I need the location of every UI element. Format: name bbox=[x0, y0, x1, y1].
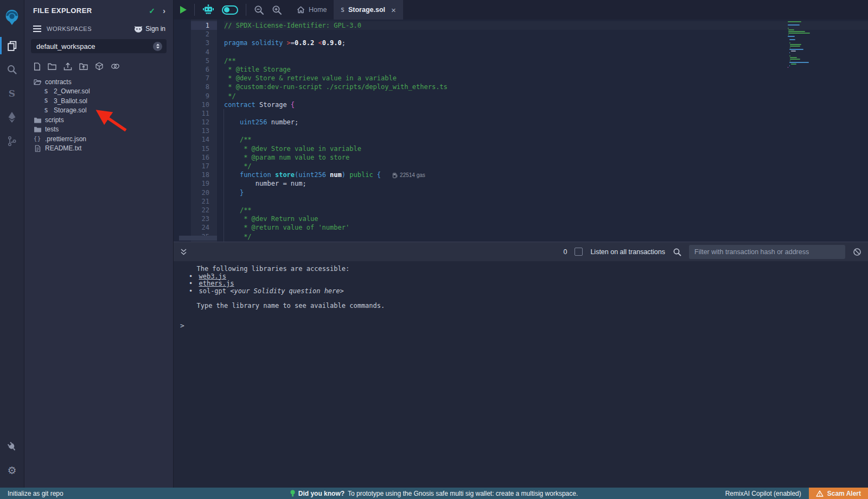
code-line: * @dev Store & retrieve value in a varia… bbox=[224, 74, 868, 83]
upload-folder-icon[interactable] bbox=[79, 62, 88, 70]
solidity-file-icon: S bbox=[341, 7, 344, 14]
folder-open-icon bbox=[33, 79, 42, 85]
code-editor[interactable]: 1234567891011121314151617181920212223242… bbox=[174, 20, 868, 242]
tree-item-scripts[interactable]: scripts bbox=[24, 115, 173, 125]
tree-item-readme-txt[interactable]: README.txt bbox=[24, 144, 173, 154]
tree-item-tests[interactable]: tests bbox=[24, 125, 173, 135]
code-line bbox=[224, 109, 868, 118]
line-number: 18 bbox=[191, 170, 217, 179]
code-line: */ bbox=[224, 92, 868, 100]
code-line: pragma solidity >=0.8.2 <0.9.0; bbox=[224, 39, 868, 47]
editor-minimap[interactable] bbox=[787, 20, 834, 242]
line-number: 4 bbox=[191, 48, 217, 56]
line-number: 8 bbox=[191, 83, 217, 91]
chevron-right-icon[interactable]: › bbox=[163, 6, 165, 15]
sidebar-item-git[interactable] bbox=[0, 129, 24, 153]
tab-storage-sol[interactable]: S Storage.sol × bbox=[334, 0, 403, 20]
upload-file-icon[interactable] bbox=[63, 62, 72, 71]
editor-gutter: 1234567891011121314151617181920212223242… bbox=[191, 20, 217, 242]
sidebar-item-file-explorer[interactable] bbox=[0, 34, 24, 58]
line-number: 2 bbox=[191, 30, 217, 39]
tree-item-2-owner-sol[interactable]: S2_Owner.sol bbox=[24, 87, 173, 97]
clear-filter-icon[interactable] bbox=[853, 248, 861, 256]
code-line: number = num; bbox=[224, 179, 868, 188]
terminal-line: • ethers.js bbox=[189, 280, 868, 288]
json-icon: {} bbox=[33, 136, 42, 142]
terminal-line: The following libraries are accessible: bbox=[189, 266, 868, 273]
line-number: 16 bbox=[191, 153, 217, 162]
editor-tab-bar: Home S Storage.sol × bbox=[174, 0, 868, 20]
sign-in-button[interactable]: Sign in bbox=[134, 25, 165, 33]
ai-copilot-robot-icon[interactable] bbox=[202, 4, 214, 15]
code-line: /** bbox=[224, 206, 868, 214]
scam-alert-button[interactable]: Scam Alert bbox=[809, 488, 868, 499]
terminal-search-icon bbox=[673, 248, 681, 256]
tree-item-3-ballot-sol[interactable]: S3_Ballot.sol bbox=[24, 96, 173, 106]
line-number: 26 bbox=[191, 241, 217, 242]
sidebar-item-solidity-compiler[interactable]: S bbox=[0, 81, 24, 105]
line-number: 3 bbox=[191, 39, 217, 47]
workspace-select[interactable]: default_workspace bbox=[31, 39, 167, 53]
lightbulb-icon bbox=[290, 490, 295, 497]
zoom-in-icon[interactable] bbox=[272, 5, 282, 15]
line-number: 15 bbox=[191, 144, 217, 153]
indent-guide bbox=[224, 109, 224, 242]
terminal[interactable]: The following libraries are accessible:•… bbox=[174, 261, 868, 488]
code-line bbox=[224, 30, 868, 39]
copilot-toggle[interactable] bbox=[222, 5, 238, 15]
folder-icon bbox=[33, 126, 42, 132]
git-init-button[interactable]: Initialize as git repo bbox=[0, 490, 63, 497]
workspace-menu-icon[interactable] bbox=[33, 26, 41, 32]
line-number: 6 bbox=[191, 65, 217, 74]
link-icon[interactable] bbox=[111, 62, 120, 70]
line-number: 1 bbox=[191, 21, 217, 30]
new-file-icon[interactable] bbox=[34, 62, 41, 71]
editor-horizontal-scrollbar[interactable] bbox=[179, 236, 217, 241]
tree-item--prettierrc-json[interactable]: {}.prettierrc.json bbox=[24, 134, 173, 144]
terminal-line: • sol-gpt <your Solidity question here> bbox=[189, 288, 868, 295]
terminal-prompt[interactable]: > bbox=[180, 321, 868, 330]
terminal-link[interactable]: ethers.js bbox=[199, 280, 234, 287]
tree-item-contracts[interactable]: contracts bbox=[24, 77, 173, 87]
terminal-line bbox=[189, 295, 868, 302]
line-number: 13 bbox=[191, 127, 217, 135]
line-number: 21 bbox=[191, 197, 217, 206]
sidebar-item-settings[interactable]: ⚙ bbox=[0, 458, 24, 482]
code-line: /** bbox=[224, 135, 868, 144]
run-script-button[interactable] bbox=[180, 6, 187, 14]
line-number: 22 bbox=[191, 206, 217, 214]
line-number: 12 bbox=[191, 118, 217, 127]
sidebar-item-search[interactable] bbox=[0, 58, 24, 81]
solidity-icon: S bbox=[42, 97, 50, 104]
gear-icon: ⚙ bbox=[7, 465, 16, 476]
collapse-terminal-icon[interactable] bbox=[180, 248, 187, 256]
code-line: */ bbox=[224, 232, 868, 241]
zoom-out-icon[interactable] bbox=[254, 5, 264, 15]
sidebar-item-deploy-and-run[interactable] bbox=[0, 105, 24, 129]
cube-icon[interactable] bbox=[95, 62, 104, 71]
tab-home[interactable]: Home bbox=[290, 0, 334, 20]
sidebar-item-plugin-manager[interactable] bbox=[0, 434, 24, 458]
solidity-icon: S bbox=[42, 88, 50, 95]
activity-bar: S bbox=[0, 0, 24, 488]
warning-icon bbox=[816, 490, 824, 497]
panel-title: FILE EXPLORER bbox=[33, 7, 149, 15]
remix-logo-icon[interactable] bbox=[0, 4, 24, 30]
line-number: 11 bbox=[191, 109, 217, 118]
tree-item-storage-sol[interactable]: SStorage.sol bbox=[24, 106, 173, 116]
code-line: * @dev Return value bbox=[224, 214, 868, 223]
new-folder-icon[interactable] bbox=[48, 62, 56, 70]
transaction-filter-input[interactable] bbox=[689, 245, 845, 259]
close-tab-icon[interactable]: × bbox=[391, 5, 396, 15]
transaction-count: 0 bbox=[563, 248, 567, 256]
line-number: 17 bbox=[191, 162, 217, 170]
terminal-link[interactable]: web3.js bbox=[199, 273, 226, 280]
listen-all-transactions-checkbox[interactable] bbox=[575, 248, 583, 256]
solidity-compiler-icon: S bbox=[9, 88, 15, 99]
file-icon bbox=[33, 145, 42, 152]
terminal-line: • web3.js bbox=[189, 273, 868, 281]
copilot-status[interactable]: RemixAI Copilot (enabled) bbox=[725, 490, 809, 497]
file-tree: contractsS2_Owner.solS3_Ballot.solSStora… bbox=[24, 75, 173, 153]
code-line bbox=[224, 197, 868, 206]
file-explorer-toolbar bbox=[24, 53, 173, 75]
